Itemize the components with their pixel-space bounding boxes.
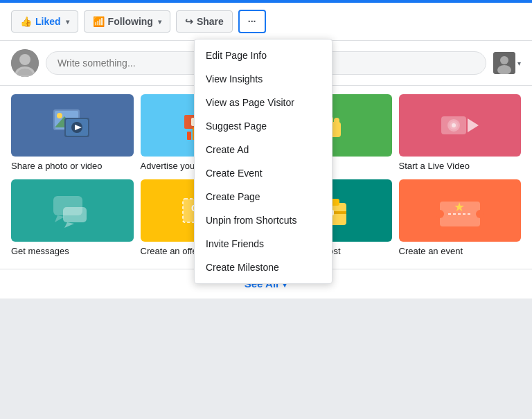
liked-label: Liked [35, 16, 61, 27]
liked-button[interactable]: 👍 Liked ▾ [11, 10, 78, 33]
dropdown-item-edit[interactable]: Edit Page Info [195, 44, 332, 67]
svg-text:★: ★ [454, 200, 465, 214]
grid-label-event: Create an event [399, 246, 463, 258]
grid-label-photo: Share a photo or video [11, 161, 103, 172]
grid-item-event[interactable]: ★ Create an event [399, 179, 522, 258]
dots-icon: ··· [248, 16, 256, 27]
svg-point-4 [500, 56, 508, 64]
bell-icon: 📶 [93, 16, 105, 27]
thumb-photo [11, 94, 134, 157]
following-button[interactable]: 📶 Following ▾ [84, 10, 170, 33]
svg-marker-30 [468, 118, 479, 132]
dropdown-item-create-ad[interactable]: Create Ad [195, 138, 332, 161]
thumb-video [399, 94, 522, 157]
svg-rect-24 [334, 118, 339, 127]
svg-rect-32 [63, 207, 87, 222]
svg-point-8 [57, 113, 62, 118]
svg-point-1 [19, 54, 30, 65]
user-avatar [11, 49, 39, 77]
more-button[interactable]: ··· [238, 10, 266, 33]
page-avatar-dropdown[interactable]: ▾ [493, 52, 521, 74]
thumb-messages [11, 179, 134, 242]
grid-label-video: Start a Live Video [399, 161, 470, 172]
thumb-icon: 👍 [20, 16, 32, 27]
grid-item-video[interactable]: Start a Live Video [399, 94, 522, 172]
share-button[interactable]: ↪ Share [176, 10, 233, 33]
following-chevron: ▾ [158, 18, 161, 26]
dropdown-item-insights[interactable]: View Insights [195, 67, 332, 91]
dropdown-item-unpin[interactable]: Unpin from Shortcuts [195, 208, 332, 232]
grid-item-photo[interactable]: Share a photo or video [11, 94, 134, 172]
page-avatar [493, 52, 515, 74]
grid-item-messages[interactable]: Get messages [11, 179, 134, 258]
dropdown-item-create-page[interactable]: Create Page [195, 185, 332, 208]
page-avatar-chevron: ▾ [517, 60, 521, 67]
grid-label-messages: Get messages [11, 246, 69, 258]
following-label: Following [108, 16, 153, 27]
dropdown-item-create-event[interactable]: Create Event [195, 161, 332, 185]
thumb-event: ★ [399, 179, 522, 242]
action-bar: 👍 Liked ▾ 📶 Following ▾ ↪ Share ··· [0, 3, 532, 41]
svg-point-43 [476, 210, 484, 218]
dropdown-item-milestone[interactable]: Create Milestone [195, 256, 332, 279]
dropdown-menu: Edit Page Info View Insights View as Pag… [194, 39, 332, 284]
svg-rect-16 [187, 132, 191, 140]
share-icon: ↪ [185, 16, 193, 27]
grid-label-offer: Create an offer [141, 246, 200, 258]
dropdown-item-suggest[interactable]: Suggest Page [195, 114, 332, 138]
svg-point-42 [436, 210, 444, 218]
dropdown-item-visitor[interactable]: View as Page Visitor [195, 91, 332, 114]
dropdown-item-invite[interactable]: Invite Friends [195, 232, 332, 256]
share-label: Share [197, 16, 224, 27]
liked-chevron: ▾ [66, 18, 69, 26]
svg-point-29 [452, 123, 456, 127]
